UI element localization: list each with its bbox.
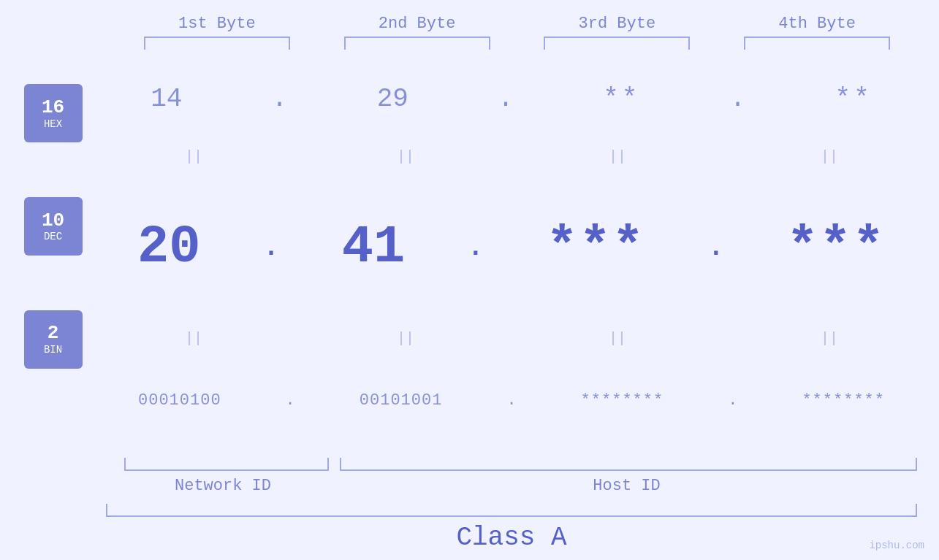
dec-b4: *** <box>786 221 886 274</box>
bytes-grid: 14 . 29 . ** . ** || || || || 20 <box>106 50 939 454</box>
bracket-top-3 <box>544 37 690 50</box>
eq-row-1: || || || || <box>106 148 917 166</box>
hex-dot2: . <box>498 84 514 114</box>
network-id-label: Network ID <box>121 477 325 495</box>
bin-b4: ******** <box>802 391 885 410</box>
hex-badge-label: HEX <box>44 118 62 130</box>
dec-dot2: . <box>468 233 484 263</box>
hex-dot3: . <box>730 84 746 114</box>
host-id-label: Host ID <box>336 477 917 495</box>
hex-b3: ** <box>603 84 640 114</box>
eq1-b4: || <box>749 148 910 165</box>
bottom-brackets <box>106 458 917 471</box>
top-brackets <box>0 37 939 50</box>
bin-b2: 00101001 <box>360 391 443 410</box>
bin-badge-label: BIN <box>44 344 62 356</box>
dec-dot1: . <box>263 233 279 263</box>
bracket-top-4 <box>744 37 890 50</box>
bin-badge: 2 BIN <box>24 310 83 369</box>
bin-dot1: . <box>286 391 295 410</box>
dec-badge-label: DEC <box>44 231 62 242</box>
eq1-b2: || <box>325 148 486 165</box>
eq2-b1: || <box>113 330 274 347</box>
bin-badge-num: 2 <box>47 323 59 344</box>
hex-b4: ** <box>835 84 873 114</box>
watermark: ipshu.com <box>869 540 924 551</box>
bracket-network <box>124 458 329 471</box>
bracket-top-1 <box>144 37 290 50</box>
eq-row-2: || || || || <box>106 330 917 348</box>
eq2-b2: || <box>325 330 486 347</box>
class-section: Class A <box>0 504 939 553</box>
badges-column: 16 HEX 10 DEC 2 BIN <box>0 50 106 454</box>
dec-b3: *** <box>546 221 645 274</box>
hex-b1: 14 <box>151 84 182 114</box>
hex-badge: 16 HEX <box>24 84 83 142</box>
byte-headers: 1st Byte 2nd Byte 3rd Byte 4th Byte <box>0 15 939 33</box>
hex-row: 14 . 29 . ** . ** <box>106 50 917 148</box>
bracket-host <box>340 458 917 471</box>
hex-badge-num: 16 <box>42 97 64 118</box>
bracket-top-2 <box>344 37 490 50</box>
content-area: 16 HEX 10 DEC 2 BIN 14 . 29 . ** . ** <box>0 50 939 454</box>
bin-dot2: . <box>506 391 516 410</box>
class-bracket <box>106 504 917 517</box>
eq2-b3: || <box>537 330 698 347</box>
bin-b3: ******** <box>581 391 664 410</box>
eq1-b3: || <box>537 148 698 165</box>
dec-badge-num: 10 <box>42 210 64 231</box>
dec-b2: 41 <box>342 221 405 274</box>
dec-badge: 10 DEC <box>24 197 83 256</box>
dec-b1: 20 <box>137 221 200 274</box>
byte4-header: 4th Byte <box>737 15 897 33</box>
class-label: Class A <box>106 523 917 553</box>
bin-dot3: . <box>728 391 737 410</box>
dec-row: 20 . 41 . *** . *** <box>106 166 917 330</box>
bin-b1: 00010100 <box>138 391 221 410</box>
dec-dot3: . <box>708 233 724 263</box>
byte3-header: 3rd Byte <box>536 15 697 33</box>
byte1-header: 1st Byte <box>137 15 297 33</box>
main-container: 1st Byte 2nd Byte 3rd Byte 4th Byte 16 H… <box>0 0 939 560</box>
bottom-section: Network ID Host ID <box>0 458 939 495</box>
eq1-b1: || <box>113 148 274 165</box>
eq2-b4: || <box>749 330 910 347</box>
hex-b2: 29 <box>377 84 408 114</box>
byte2-header: 2nd Byte <box>337 15 498 33</box>
hex-dot1: . <box>272 84 288 114</box>
labels-row: Network ID Host ID <box>106 477 917 495</box>
bin-row: 00010100 . 00101001 . ******** . *******… <box>106 348 917 454</box>
